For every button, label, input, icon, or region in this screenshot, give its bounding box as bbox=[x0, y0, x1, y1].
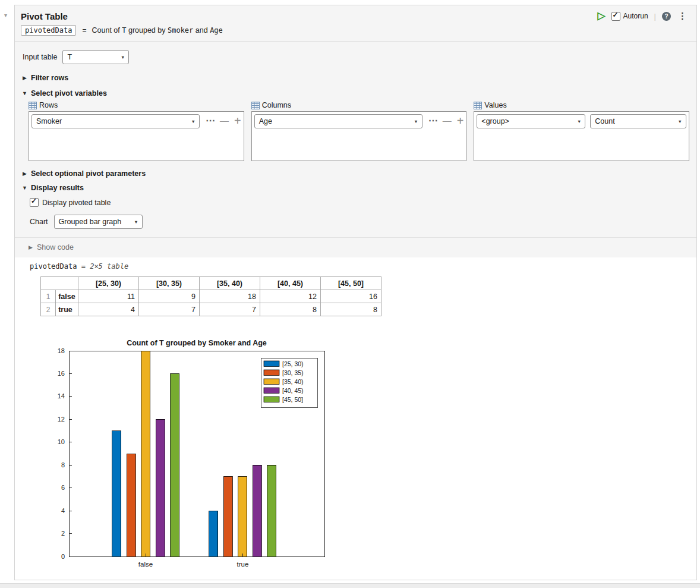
row-number-cell: 1 bbox=[41, 290, 56, 303]
columns-panel: Columns Age ▼ ⋯ — + bbox=[251, 101, 467, 161]
values-label: Values bbox=[484, 101, 506, 109]
input-table-value: T bbox=[67, 53, 72, 61]
display-results-label: Display results bbox=[31, 184, 84, 192]
chevron-down-expanded-icon: ▼ bbox=[22, 90, 27, 96]
check-icon: ✓ bbox=[613, 11, 619, 19]
table-value-cell: 9 bbox=[139, 290, 200, 303]
legend-label: [30, 35) bbox=[282, 369, 304, 376]
chevron-down-expanded-icon: ▼ bbox=[22, 185, 27, 191]
table-grid-icon bbox=[29, 102, 37, 109]
table-value-cell: 7 bbox=[139, 303, 200, 316]
values-method-dropdown[interactable]: Count ▼ bbox=[590, 114, 686, 128]
table-corner-cell bbox=[41, 277, 78, 290]
y-tick-label: 14 bbox=[58, 392, 65, 400]
chart-type-value: Grouped bar graph bbox=[59, 218, 122, 226]
y-tick-label: 6 bbox=[61, 484, 65, 491]
overflow-menu-icon[interactable]: ⋮ bbox=[677, 11, 688, 21]
columns-box: Age ▼ ⋯ — + bbox=[251, 111, 467, 161]
chart-container: Count of T grouped by Smoker and Age0246… bbox=[36, 338, 696, 577]
legend-swatch bbox=[264, 388, 279, 394]
chevron-down-icon: ▼ bbox=[414, 119, 418, 124]
result-summary: pivotedData = 2×5 table bbox=[30, 262, 696, 271]
display-pivoted-table-checkbox[interactable]: ✓ bbox=[30, 198, 39, 207]
chart-type-label: Chart bbox=[30, 218, 48, 226]
run-button[interactable]: ▷ bbox=[598, 11, 606, 21]
rows-remove-variable-button[interactable]: — bbox=[220, 117, 229, 125]
select-pivot-variables-label: Select pivot variables bbox=[31, 89, 107, 98]
chart-type-dropdown[interactable]: Grouped bar graph ▼ bbox=[54, 215, 143, 229]
columns-add-variable-button[interactable]: + bbox=[457, 116, 464, 125]
y-tick-label: 12 bbox=[58, 416, 65, 423]
x-tick-label: false bbox=[138, 561, 153, 568]
section-filter-rows[interactable]: ▶ Filter rows bbox=[22, 74, 689, 82]
bar bbox=[112, 431, 121, 556]
bar bbox=[127, 454, 135, 556]
rows-panel: Rows Smoker ▼ ⋯ — + bbox=[29, 101, 244, 161]
rows-variable-value: Smoker bbox=[36, 117, 62, 125]
header-actions: ▷ ✓ Autorun | ? ⋮ bbox=[598, 11, 689, 21]
task-output: pivotedData = 2×5 table [25, 30)[30, 35)… bbox=[15, 257, 696, 577]
task-signature-row: pivotedData = Count of T grouped by Smok… bbox=[21, 25, 688, 36]
task-body: Input table T ▼ ▶ Filter rows ▼ Select p… bbox=[15, 42, 696, 257]
legend-swatch bbox=[264, 397, 279, 403]
output-variable-field[interactable]: pivotedData bbox=[21, 25, 76, 36]
bottom-strip bbox=[0, 583, 700, 588]
autorun-checkbox[interactable]: ✓ bbox=[611, 12, 620, 21]
input-table-dropdown[interactable]: T ▼ bbox=[62, 50, 129, 64]
y-tick-label: 16 bbox=[58, 370, 65, 377]
section-optional-parameters[interactable]: ▶ Select optional pivot parameters bbox=[22, 169, 689, 178]
table-header-row: [25, 30)[30, 35)[35, 40)[40, 45)[45, 50] bbox=[41, 277, 381, 290]
signature-part: and bbox=[193, 26, 210, 34]
chart-type-row: Chart Grouped bar graph ▼ bbox=[30, 215, 689, 229]
y-tick-label: 4 bbox=[61, 507, 65, 514]
rows-options-ellipsis-icon[interactable]: ⋯ bbox=[206, 118, 215, 124]
rows-variable-dropdown[interactable]: Smoker ▼ bbox=[31, 114, 200, 128]
result-size-text: 2×5 table bbox=[90, 262, 128, 271]
display-pivoted-table-row: ✓ Display pivoted table bbox=[30, 198, 689, 207]
y-tick-label: 2 bbox=[61, 530, 65, 537]
columns-variable-dropdown[interactable]: Age ▼ bbox=[254, 114, 422, 128]
table-row: 1false119181216 bbox=[41, 290, 381, 303]
table-value-cell: 11 bbox=[78, 290, 139, 303]
task-header: Pivot Table ▷ ✓ Autorun | ? ⋮ pivotedDat… bbox=[15, 5, 696, 42]
row-name-cell: true bbox=[56, 303, 78, 316]
document-section-collapse-icon[interactable]: ▾ bbox=[4, 12, 7, 18]
autorun-control: ✓ Autorun bbox=[611, 12, 648, 21]
bar bbox=[223, 476, 232, 556]
table-value-cell: 7 bbox=[200, 303, 260, 316]
table-value-cell: 12 bbox=[260, 290, 321, 303]
section-select-pivot-variables[interactable]: ▼ Select pivot variables bbox=[22, 89, 689, 98]
show-code-label: Show code bbox=[37, 243, 74, 251]
bar-chart: Count of T grouped by Smoker and Age0246… bbox=[36, 338, 381, 576]
columns-remove-variable-button[interactable]: — bbox=[443, 117, 452, 125]
section-show-code[interactable]: ▶ Show code bbox=[15, 237, 696, 257]
rows-box: Smoker ▼ ⋯ — + bbox=[29, 111, 244, 161]
signature-part: Age bbox=[210, 26, 223, 34]
legend-swatch bbox=[264, 379, 279, 385]
columns-label: Columns bbox=[262, 101, 291, 109]
table-column-header: [35, 40) bbox=[200, 277, 260, 290]
rows-add-variable-button[interactable]: + bbox=[234, 116, 241, 125]
bar bbox=[156, 419, 165, 556]
legend-label: [25, 30) bbox=[282, 360, 304, 367]
bar bbox=[253, 465, 261, 556]
columns-options-ellipsis-icon[interactable]: ⋯ bbox=[428, 118, 437, 124]
signature-part: grouped by bbox=[126, 26, 168, 34]
autorun-label: Autorun bbox=[623, 12, 648, 20]
legend-label: [40, 45) bbox=[282, 387, 304, 394]
table-value-cell: 16 bbox=[321, 290, 381, 303]
help-icon[interactable]: ? bbox=[662, 12, 671, 21]
y-tick-label: 8 bbox=[61, 461, 65, 468]
legend-swatch bbox=[264, 361, 279, 367]
chevron-down-icon: ▼ bbox=[121, 55, 125, 60]
table-grid-icon bbox=[474, 102, 482, 109]
signature-part: Count of bbox=[92, 26, 122, 34]
table-grid-icon bbox=[251, 102, 260, 109]
table-value-cell: 18 bbox=[200, 290, 260, 303]
values-group-dropdown[interactable]: <group> ▼ bbox=[477, 114, 585, 128]
legend-swatch bbox=[264, 370, 279, 376]
table-row: 2true47788 bbox=[41, 303, 381, 316]
bar bbox=[267, 465, 276, 556]
chevron-down-icon: ▼ bbox=[678, 119, 682, 124]
section-display-results[interactable]: ▼ Display results bbox=[22, 184, 689, 192]
